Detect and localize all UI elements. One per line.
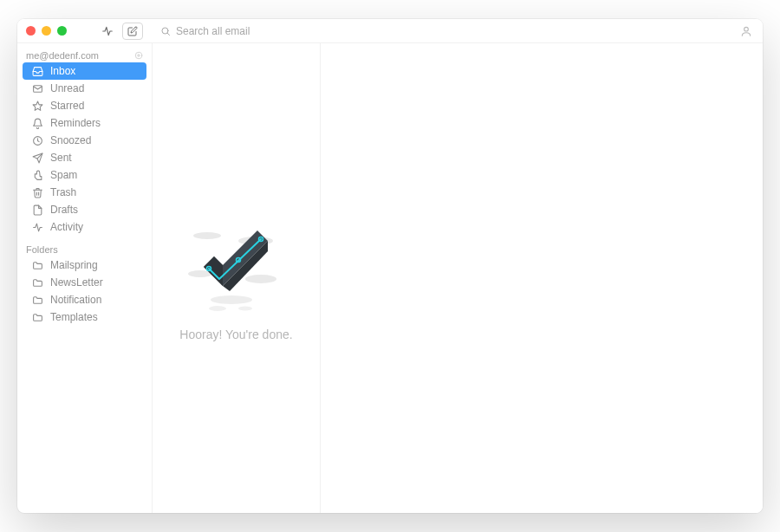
svg-point-11 xyxy=(193,232,221,239)
inbox-icon xyxy=(31,65,43,77)
svg-point-14 xyxy=(245,275,276,283)
sidebar-item-trash[interactable]: Trash xyxy=(23,184,146,201)
folder-list: MailspringNewsLetterNotificationTemplate… xyxy=(17,256,152,326)
sidebar-item-label: Activity xyxy=(50,221,83,233)
maximize-window-button[interactable] xyxy=(57,26,67,36)
folder-item-templates[interactable]: Templates xyxy=(23,308,146,326)
folder-item-label: Notification xyxy=(50,294,101,306)
search-bar[interactable] xyxy=(155,23,311,39)
file-icon xyxy=(31,204,43,216)
sidebar-item-snoozed[interactable]: Snoozed xyxy=(23,132,146,149)
toolbar-left xyxy=(74,23,143,40)
account-header[interactable]: me@dedenf.com xyxy=(17,47,152,62)
close-window-button[interactable] xyxy=(26,26,36,36)
folder-icon xyxy=(31,259,43,271)
mail-icon xyxy=(31,82,43,94)
clock-icon xyxy=(31,134,43,146)
sidebar-item-inbox[interactable]: Inbox xyxy=(23,62,146,80)
sidebar-item-label: Inbox xyxy=(50,65,75,77)
app-window: me@dedenf.com InboxUnreadStarredReminder… xyxy=(17,19,763,513)
sidebar-item-label: Reminders xyxy=(50,117,101,129)
sidebar-item-drafts[interactable]: Drafts xyxy=(23,201,146,218)
titlebar xyxy=(17,19,763,43)
titlebar-right xyxy=(731,25,754,37)
bell-icon xyxy=(31,117,43,129)
message-detail-pane xyxy=(321,43,763,513)
empty-state: Hooray! You're done. xyxy=(179,225,292,341)
folder-icon xyxy=(31,311,43,323)
sidebar-item-label: Trash xyxy=(50,186,76,198)
svg-point-15 xyxy=(211,295,252,304)
done-checkmark-illustration xyxy=(179,225,283,312)
folder-item-label: NewsLetter xyxy=(50,276,103,289)
sidebar-item-sent[interactable]: Sent xyxy=(23,149,146,166)
message-list-pane: Hooray! You're done. xyxy=(153,43,321,513)
pulse-icon xyxy=(31,221,43,233)
search-icon xyxy=(160,26,171,36)
search-input[interactable] xyxy=(176,25,306,37)
sidebar-item-unread[interactable]: Unread xyxy=(23,80,146,97)
sidebar-item-label: Drafts xyxy=(50,204,78,216)
folder-icon xyxy=(31,294,43,306)
minimize-window-button[interactable] xyxy=(42,26,51,36)
sidebar-item-label: Spam xyxy=(50,169,77,181)
sidebar-item-label: Snoozed xyxy=(50,134,91,146)
thumbs-down-icon xyxy=(31,169,43,181)
sidebar-item-reminders[interactable]: Reminders xyxy=(23,114,146,132)
svg-point-2 xyxy=(744,27,749,31)
folders-header: Folders xyxy=(17,236,152,256)
folder-item-notification[interactable]: Notification xyxy=(23,291,146,308)
sidebar: me@dedenf.com InboxUnreadStarredReminder… xyxy=(17,43,153,513)
svg-point-0 xyxy=(162,28,168,34)
svg-point-17 xyxy=(238,307,252,311)
svg-point-16 xyxy=(209,306,226,311)
profile-button[interactable] xyxy=(740,25,752,37)
send-icon xyxy=(31,152,43,164)
compose-button[interactable] xyxy=(122,23,143,40)
empty-state-message: Hooray! You're done. xyxy=(179,328,292,341)
folder-item-mailspring[interactable]: Mailspring xyxy=(23,256,146,274)
star-icon xyxy=(31,100,43,112)
sidebar-item-label: Sent xyxy=(50,152,72,164)
svg-marker-7 xyxy=(33,101,42,110)
folder-icon xyxy=(31,276,43,289)
sidebar-item-starred[interactable]: Starred xyxy=(23,97,146,114)
sidebar-item-label: Starred xyxy=(50,100,84,112)
folder-item-label: Mailspring xyxy=(50,259,98,271)
svg-line-1 xyxy=(167,33,169,35)
main-body: me@dedenf.com InboxUnreadStarredReminder… xyxy=(17,43,763,513)
nav-list: InboxUnreadStarredRemindersSnoozedSentSp… xyxy=(17,62,152,236)
expand-account-icon xyxy=(134,51,143,60)
sidebar-item-activity[interactable]: Activity xyxy=(23,218,146,236)
window-controls xyxy=(26,26,67,36)
account-email: me@dedenf.com xyxy=(26,50,99,61)
folder-item-label: Templates xyxy=(50,311,98,323)
trash-icon xyxy=(31,186,43,198)
activity-icon[interactable] xyxy=(101,25,114,37)
sidebar-item-label: Unread xyxy=(50,82,84,94)
folder-item-newsletter[interactable]: NewsLetter xyxy=(23,274,146,291)
sidebar-item-spam[interactable]: Spam xyxy=(23,166,146,184)
